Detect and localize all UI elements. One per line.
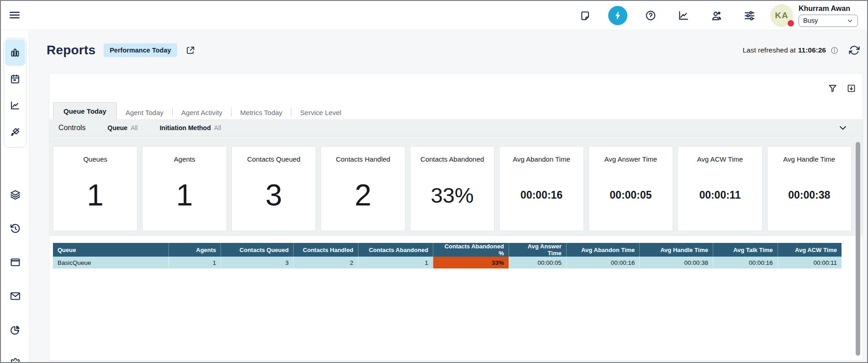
sidebar-item-window[interactable] xyxy=(10,257,21,268)
queue-filter[interactable]: Queue All xyxy=(108,124,138,132)
sliders-icon xyxy=(743,10,756,22)
filter-button[interactable] xyxy=(828,84,837,93)
metric-label: Queues xyxy=(83,155,107,163)
metric-card-avg-handle-time: Avg Handle Time 00:00:38 xyxy=(767,146,852,231)
metric-card-avg-abandon-time: Avg Abandon Time 00:00:16 xyxy=(499,146,584,231)
hamburger-menu-button[interactable] xyxy=(7,7,22,23)
sidebar-item-layers[interactable] xyxy=(10,189,21,200)
sidebar-nav xyxy=(1,30,29,362)
mail-icon xyxy=(10,290,21,302)
quick-connects-button[interactable] xyxy=(601,6,634,25)
metric-card-agents: Agents 1 xyxy=(142,146,226,231)
metric-label: Avg Answer Time xyxy=(605,155,658,163)
summary-cards-section: Queues 1 Agents 1 Contacts Queued 3 Cont… xyxy=(49,137,863,236)
table-row: BasicQueue 1 3 2 1 33% 00:00:05 00:00:16… xyxy=(53,257,842,268)
sidebar-item-design[interactable] xyxy=(5,119,25,145)
external-link-icon xyxy=(185,45,195,55)
cell-avg-answer-time: 00:00:05 xyxy=(509,257,566,268)
line-chart-icon xyxy=(10,100,21,111)
col-avg-abandon-time: Avg Abandon Time xyxy=(566,243,640,257)
notes-button[interactable] xyxy=(568,10,601,21)
sidebar-item-dashboard[interactable] xyxy=(5,39,25,66)
metrics-button[interactable] xyxy=(667,10,700,21)
user-block: Khurram Awan Busy xyxy=(799,5,863,27)
col-contacts-abandoned-pct: Contacts Abandoned % xyxy=(433,243,509,257)
sidebar-item-pie-reports[interactable] xyxy=(10,324,21,335)
contacts-button[interactable] xyxy=(700,10,733,22)
status-dot xyxy=(788,20,794,26)
download-button[interactable] xyxy=(847,84,856,93)
controls-collapse-button[interactable] xyxy=(838,123,848,133)
tab-agent-activity[interactable]: Agent Activity xyxy=(173,105,231,119)
refresh-icon xyxy=(849,45,860,56)
metric-card-contacts-abandoned: Contacts Abandoned 33% xyxy=(410,146,494,231)
sidebar-item-schedule[interactable] xyxy=(5,66,25,92)
metric-value: 3 xyxy=(265,163,282,231)
metric-value: 00:00:05 xyxy=(610,163,652,231)
metric-label: Avg Handle Time xyxy=(783,155,835,163)
sidebar-item-metrics[interactable] xyxy=(5,92,25,119)
last-refreshed-time: 11:06:26 xyxy=(798,46,826,54)
topbar-actions: KA Khurram Awan Busy xyxy=(568,1,863,30)
col-contacts-queued: Contacts Queued xyxy=(221,243,294,257)
cell-contacts-abandoned-pct: 33% xyxy=(433,257,509,268)
sidebar-item-mail[interactable] xyxy=(10,290,21,301)
info-button[interactable] xyxy=(830,46,839,55)
sidebar-secondary-group xyxy=(4,189,26,363)
help-button[interactable] xyxy=(634,10,667,21)
settings-sliders-button[interactable] xyxy=(733,10,766,22)
calendar-icon xyxy=(10,74,21,84)
notes-icon xyxy=(579,10,591,21)
sidebar-item-history[interactable] xyxy=(10,223,21,234)
col-contacts-handled: Contacts Handled xyxy=(294,243,358,257)
refresh-button[interactable] xyxy=(849,45,860,56)
table-header-row: Queue Agents Contacts Queued Contacts Ha… xyxy=(53,243,842,257)
filter-icon xyxy=(828,84,837,93)
status-select[interactable]: Busy xyxy=(799,15,858,27)
tab-queue-today[interactable]: Queue Today xyxy=(53,102,117,119)
gear-icon xyxy=(10,358,21,363)
metric-value: 00:00:16 xyxy=(521,163,563,231)
metric-label: Avg ACW Time xyxy=(697,155,743,163)
history-clock-icon xyxy=(10,223,21,234)
app-window: KA Khurram Awan Busy xyxy=(0,0,868,363)
user-name: Khurram Awan xyxy=(799,5,863,13)
tab-service-level[interactable]: Service Level xyxy=(291,105,350,119)
tab-metrics-today[interactable]: Metrics Today xyxy=(231,105,291,119)
cell-avg-handle-time: 00:00:38 xyxy=(640,257,713,268)
metric-value: 00:00:11 xyxy=(699,163,741,231)
help-icon xyxy=(645,10,657,21)
tab-agent-today[interactable]: Agent Today xyxy=(117,105,172,119)
lightning-icon xyxy=(613,11,623,21)
col-avg-acw-time: Avg ACW Time xyxy=(778,243,842,257)
top-bar: KA Khurram Awan Busy xyxy=(1,1,867,30)
cell-avg-abandon-time: 00:00:16 xyxy=(566,257,640,268)
info-icon xyxy=(830,46,839,55)
cell-queue: BasicQueue xyxy=(53,257,169,268)
col-contacts-abandoned: Contacts Abandoned xyxy=(358,243,433,257)
report-tabs: Queue Today Agent Today Agent Activity M… xyxy=(53,102,859,119)
cell-agents: 1 xyxy=(169,257,221,268)
summary-cards: Queues 1 Agents 1 Contacts Queued 3 Cont… xyxy=(53,146,852,231)
queue-filter-value: All xyxy=(131,124,138,132)
cell-contacts-handled: 2 xyxy=(294,257,358,268)
user-avatar[interactable]: KA xyxy=(770,4,793,27)
layers-icon xyxy=(10,189,21,200)
col-avg-handle-time: Avg Handle Time xyxy=(640,243,713,257)
initiation-method-filter[interactable]: Initiation Method All xyxy=(160,124,221,132)
report-panel: Queue Today Agent Today Agent Activity M… xyxy=(49,73,863,361)
metric-value: 00:00:38 xyxy=(788,163,830,231)
chevron-down-icon xyxy=(847,17,853,24)
metric-label: Contacts Handled xyxy=(336,155,390,163)
scrollbar-thumb[interactable] xyxy=(856,142,860,356)
metric-value: 2 xyxy=(355,163,372,231)
col-agents: Agents xyxy=(169,243,221,257)
sidebar-item-settings[interactable] xyxy=(10,358,21,363)
browser-window-icon xyxy=(10,257,21,268)
open-external-button[interactable] xyxy=(185,45,195,55)
col-avg-talk-time: Avg Talk Time xyxy=(713,243,778,257)
cell-contacts-queued: 3 xyxy=(221,257,294,268)
main-content: Reports Performance Today Last refreshed… xyxy=(29,30,867,362)
status-value: Busy xyxy=(803,17,818,24)
metric-card-queues: Queues 1 xyxy=(53,146,137,231)
